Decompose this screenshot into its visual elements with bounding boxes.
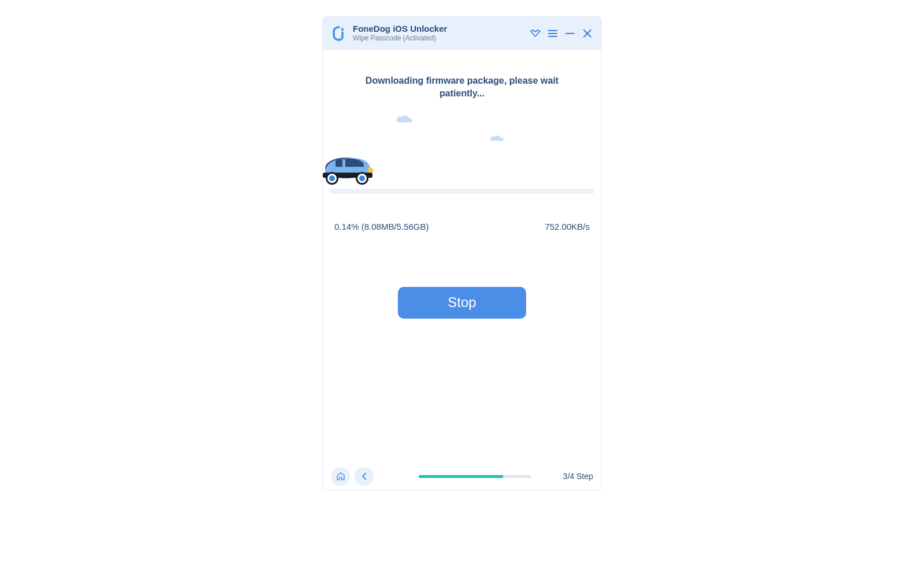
svg-rect-10 [368,168,373,173]
app-logo [331,25,347,42]
step-progress-bar [419,475,531,478]
speed-text: 752.00KB/s [545,222,590,231]
step-text: 3/4 Step [563,472,593,481]
status-heading: Downloading firmware package, please wai… [352,74,572,100]
app-subtitle: Wipe Passcode (Activated) [353,34,530,43]
app-title: FoneDog iOS Unlocker [353,24,530,34]
svg-point-13 [329,175,335,181]
close-icon[interactable] [582,28,593,39]
footer: 3/4 Step [323,462,601,490]
stop-button[interactable]: Stop [398,287,526,319]
download-stats: 0.14% (8.08MB/5.56GB) 752.00KB/s [323,222,601,231]
titlebar[interactable]: FoneDog iOS Unlocker Wipe Passcode (Acti… [323,17,601,50]
svg-rect-8 [342,159,345,167]
menu-icon[interactable] [547,28,558,39]
progress-text: 0.14% (8.08MB/5.56GB) [334,222,429,231]
step-progress-fill [419,475,503,478]
download-progress-track [330,189,594,194]
titlebar-actions [530,28,593,39]
premium-icon[interactable] [530,28,541,39]
title-text-block: FoneDog iOS Unlocker Wipe Passcode (Acti… [353,24,530,43]
app-window: FoneDog iOS Unlocker Wipe Passcode (Acti… [322,16,602,491]
download-scene [323,113,601,194]
cloud-icon [489,134,505,144]
cloud-icon [396,113,414,126]
minimize-icon[interactable] [564,28,576,39]
content-area: Downloading firmware package, please wai… [323,50,601,462]
svg-point-0 [341,28,344,31]
back-button[interactable] [355,467,374,486]
car-icon [322,154,375,188]
home-button[interactable] [331,467,350,486]
svg-point-16 [359,175,365,181]
